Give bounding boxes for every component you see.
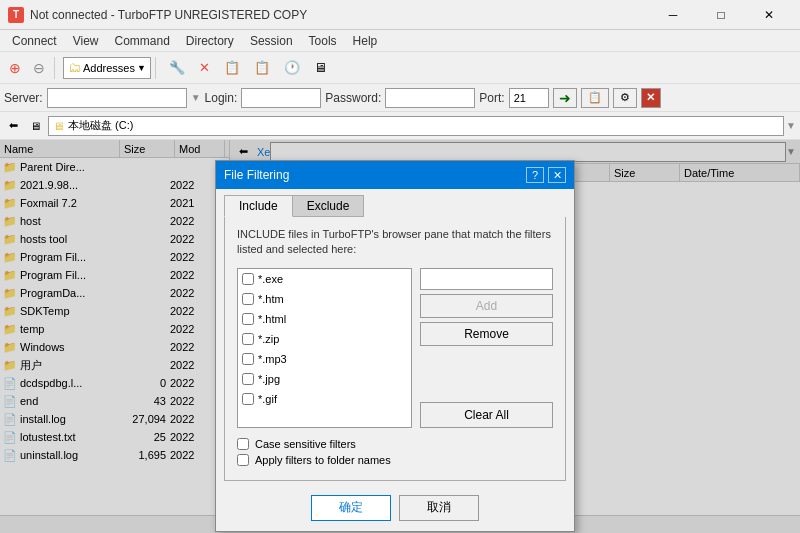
- dialog-close-button[interactable]: ✕: [548, 167, 566, 183]
- filter-label: *.gif: [258, 393, 277, 405]
- filter-area: *.exe *.htm *.html *.zip: [237, 268, 553, 428]
- filter-item[interactable]: *.gif: [238, 389, 411, 409]
- filter-item[interactable]: *.exe: [238, 269, 411, 289]
- case-sensitive-checkbox[interactable]: [237, 438, 249, 450]
- menu-bar: Connect View Command Directory Session T…: [0, 30, 800, 52]
- case-sensitive-label: Case sensitive filters: [255, 438, 356, 450]
- dialog-tab-bar: Include Exclude: [224, 195, 566, 217]
- menu-command[interactable]: Command: [107, 32, 178, 50]
- server-input[interactable]: [47, 88, 187, 108]
- nav-btn-1[interactable]: ⬅: [4, 115, 23, 137]
- toolbar-disconnect[interactable]: ⊖: [28, 57, 50, 79]
- toolbar-btn-1[interactable]: 🔧: [164, 57, 190, 79]
- cancel-button[interactable]: 取消: [399, 495, 479, 521]
- menu-directory[interactable]: Directory: [178, 32, 242, 50]
- window-controls: ─ □ ✕: [650, 1, 792, 29]
- ok-button[interactable]: 确定: [311, 495, 391, 521]
- option-apply-folders: Apply filters to folder names: [237, 454, 553, 466]
- filter-checkbox-zip[interactable]: [242, 333, 254, 345]
- filter-checkbox-mp3[interactable]: [242, 353, 254, 365]
- filter-checkbox-exe[interactable]: [242, 273, 254, 285]
- addresses-label: Addresses: [83, 62, 135, 74]
- dialog-title: File Filtering: [224, 168, 289, 182]
- filter-label: *.htm: [258, 293, 284, 305]
- filter-item[interactable]: *.jpg: [238, 369, 411, 389]
- nav-btn-2[interactable]: 🖥: [25, 115, 46, 137]
- connect-button[interactable]: ➜: [553, 88, 577, 108]
- quick-connect-btn[interactable]: 📋: [581, 88, 609, 108]
- filter-checkbox-gif[interactable]: [242, 393, 254, 405]
- disconnect-btn[interactable]: ✕: [641, 88, 661, 108]
- clear-all-button[interactable]: Clear All: [420, 402, 553, 428]
- filter-label: *.zip: [258, 333, 279, 345]
- toolbar-monitor-btn[interactable]: 🖥: [309, 57, 332, 79]
- connection-bar: Server: ▼ Login: Password: Port: ➜ 📋 ⚙ ✕: [0, 84, 800, 112]
- toolbar-new-connection[interactable]: ⊕: [4, 57, 26, 79]
- filter-label: *.exe: [258, 273, 283, 285]
- filter-list[interactable]: *.exe *.htm *.html *.zip: [237, 268, 412, 428]
- app-title: Not connected - TurboFTP UNREGISTERED CO…: [30, 8, 307, 22]
- file-filtering-dialog: File Filtering ? ✕ Include Exclude INCLU…: [215, 160, 575, 532]
- filter-checkbox-jpg[interactable]: [242, 373, 254, 385]
- menu-help[interactable]: Help: [345, 32, 386, 50]
- toolbar-time-btn[interactable]: 🕐: [279, 57, 305, 79]
- filter-actions: Add Remove Clear All: [420, 268, 553, 428]
- dialog-controls: ? ✕: [526, 167, 566, 183]
- remove-filter-button[interactable]: Remove: [420, 322, 553, 346]
- filter-label: *.html: [258, 313, 286, 325]
- maximize-button[interactable]: □: [698, 1, 744, 29]
- password-label: Password:: [325, 91, 381, 105]
- main-toolbar: ⊕ ⊖ 🗂 Addresses ▼ 🔧 ✕ 📋 📋 🕐 🖥: [0, 52, 800, 84]
- filter-options: Case sensitive filters Apply filters to …: [237, 438, 553, 466]
- menu-session[interactable]: Session: [242, 32, 301, 50]
- port-input[interactable]: [509, 88, 549, 108]
- local-path-bar[interactable]: 🖥 本地磁盘 (C:): [48, 116, 784, 136]
- close-button[interactable]: ✕: [746, 1, 792, 29]
- apply-folders-label: Apply filters to folder names: [255, 454, 391, 466]
- option-case-sensitive: Case sensitive filters: [237, 438, 553, 450]
- addresses-dropdown[interactable]: 🗂 Addresses ▼: [63, 57, 151, 79]
- filter-label: *.mp3: [258, 353, 287, 365]
- filter-item[interactable]: *.html: [238, 309, 411, 329]
- filter-checkbox-html[interactable]: [242, 313, 254, 325]
- password-input[interactable]: [385, 88, 475, 108]
- toolbar-btn-2[interactable]: ✕: [194, 57, 215, 79]
- filter-item[interactable]: *.htm: [238, 289, 411, 309]
- main-area: Name Size Mod 📁 Parent Dire... 📁 2021.9.…: [0, 140, 800, 533]
- server-label: Server:: [4, 91, 43, 105]
- dialog-content: INCLUDE files in TurboFTP's browser pane…: [224, 217, 566, 481]
- login-input[interactable]: [241, 88, 321, 108]
- menu-tools[interactable]: Tools: [301, 32, 345, 50]
- filter-label: *.jpg: [258, 373, 280, 385]
- login-label: Login:: [205, 91, 238, 105]
- dialog-title-bar: File Filtering ? ✕: [216, 161, 574, 189]
- dialog-footer: 确定 取消: [216, 489, 574, 531]
- add-filter-button[interactable]: Add: [420, 294, 553, 318]
- options-btn[interactable]: ⚙: [613, 88, 637, 108]
- toolbar-btn-3[interactable]: 📋: [219, 57, 245, 79]
- filter-item[interactable]: *.mp3: [238, 349, 411, 369]
- port-label: Port:: [479, 91, 504, 105]
- filter-checkbox-htm[interactable]: [242, 293, 254, 305]
- new-filter-input[interactable]: [420, 268, 553, 290]
- minimize-button[interactable]: ─: [650, 1, 696, 29]
- modal-overlay: File Filtering ? ✕ Include Exclude INCLU…: [0, 140, 800, 533]
- title-bar: T Not connected - TurboFTP UNREGISTERED …: [0, 0, 800, 30]
- dialog-description: INCLUDE files in TurboFTP's browser pane…: [237, 227, 553, 258]
- dropdown-arrow-icon: ▼: [137, 63, 146, 73]
- tab-exclude[interactable]: Exclude: [292, 195, 365, 217]
- menu-connect[interactable]: Connect: [4, 32, 65, 50]
- second-toolbar: ⬅ 🖥 🖥 本地磁盘 (C:) ▼: [0, 112, 800, 140]
- tab-include[interactable]: Include: [224, 195, 293, 217]
- dialog-help-button[interactable]: ?: [526, 167, 544, 183]
- menu-view[interactable]: View: [65, 32, 107, 50]
- local-path-text: 本地磁盘 (C:): [68, 118, 133, 133]
- filter-item[interactable]: *.zip: [238, 329, 411, 349]
- toolbar-btn-4[interactable]: 📋: [249, 57, 275, 79]
- apply-folders-checkbox[interactable]: [237, 454, 249, 466]
- app-icon: T: [8, 7, 24, 23]
